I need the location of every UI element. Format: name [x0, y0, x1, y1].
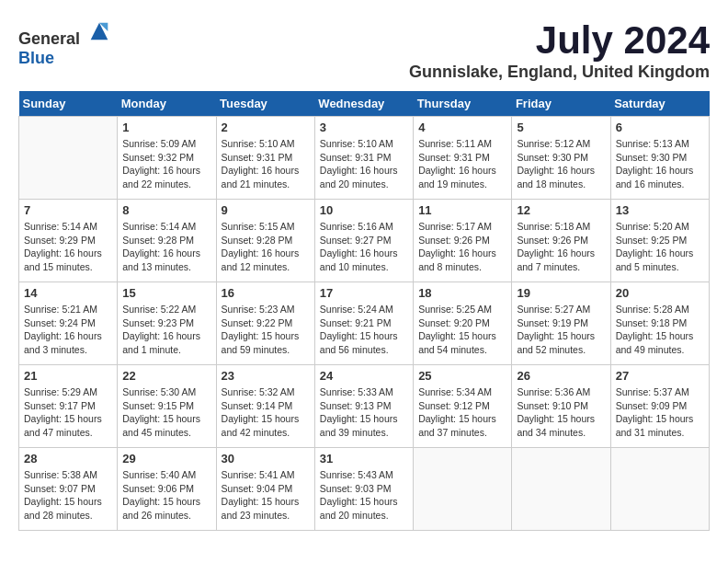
- page-header: General Blue July 2024 Gunnislake, Engla…: [18, 18, 710, 82]
- calendar-cell: 11Sunrise: 5:17 AMSunset: 9:26 PMDayligh…: [414, 200, 512, 282]
- calendar-week-row: 7Sunrise: 5:14 AMSunset: 9:29 PMDaylight…: [19, 200, 710, 282]
- calendar-cell: 21Sunrise: 5:29 AMSunset: 9:17 PMDayligh…: [19, 365, 118, 448]
- day-info: Sunrise: 5:34 AMSunset: 9:12 PMDaylight:…: [418, 385, 506, 440]
- calendar-cell: 1Sunrise: 5:09 AMSunset: 9:32 PMDaylight…: [118, 117, 216, 200]
- day-number: 23: [222, 369, 310, 383]
- calendar-cell: 24Sunrise: 5:33 AMSunset: 9:13 PMDayligh…: [314, 365, 413, 448]
- calendar-cell: [19, 117, 118, 200]
- logo-icon: [86, 18, 112, 44]
- day-header-tuesday: Tuesday: [216, 91, 314, 117]
- day-info: Sunrise: 5:11 AMSunset: 9:31 PMDaylight:…: [418, 137, 506, 191]
- day-info: Sunrise: 5:40 AMSunset: 9:06 PMDaylight:…: [122, 468, 210, 523]
- day-number: 10: [320, 203, 408, 217]
- day-header-monday: Monday: [118, 91, 216, 117]
- day-info: Sunrise: 5:09 AMSunset: 9:32 PMDaylight:…: [122, 137, 210, 191]
- day-info: Sunrise: 5:13 AMSunset: 9:30 PMDaylight:…: [616, 137, 704, 191]
- calendar-cell: 29Sunrise: 5:40 AMSunset: 9:06 PMDayligh…: [118, 448, 216, 531]
- day-number: 9: [222, 203, 310, 217]
- day-number: 22: [122, 369, 210, 383]
- calendar-cell: [512, 448, 610, 531]
- day-header-thursday: Thursday: [414, 91, 512, 117]
- location-title: Gunnislake, England, United Kingdom: [409, 63, 710, 82]
- calendar-cell: 30Sunrise: 5:41 AMSunset: 9:04 PMDayligh…: [216, 448, 314, 531]
- day-number: 3: [320, 121, 408, 134]
- calendar-cell: 2Sunrise: 5:10 AMSunset: 9:31 PMDaylight…: [216, 117, 314, 200]
- day-number: 4: [418, 121, 506, 134]
- day-number: 25: [418, 369, 506, 383]
- calendar-cell: 8Sunrise: 5:14 AMSunset: 9:28 PMDaylight…: [118, 200, 216, 282]
- calendar-cell: 22Sunrise: 5:30 AMSunset: 9:15 PMDayligh…: [118, 365, 216, 448]
- day-number: 17: [320, 286, 408, 300]
- day-number: 29: [122, 452, 210, 465]
- logo: General Blue: [18, 18, 112, 68]
- day-header-wednesday: Wednesday: [314, 91, 413, 117]
- day-info: Sunrise: 5:25 AMSunset: 9:20 PMDaylight:…: [418, 303, 506, 357]
- day-number: 5: [517, 121, 605, 134]
- calendar-cell: [414, 448, 512, 531]
- day-number: 15: [122, 286, 210, 300]
- calendar-cell: 23Sunrise: 5:32 AMSunset: 9:14 PMDayligh…: [216, 365, 314, 448]
- day-number: 14: [24, 286, 112, 300]
- logo-text: General Blue: [18, 18, 112, 68]
- day-header-saturday: Saturday: [610, 91, 709, 117]
- calendar-cell: 17Sunrise: 5:24 AMSunset: 9:21 PMDayligh…: [314, 282, 413, 365]
- day-info: Sunrise: 5:24 AMSunset: 9:21 PMDaylight:…: [320, 303, 408, 357]
- day-number: 26: [517, 369, 605, 383]
- day-info: Sunrise: 5:30 AMSunset: 9:15 PMDaylight:…: [122, 385, 210, 440]
- calendar-cell: 7Sunrise: 5:14 AMSunset: 9:29 PMDaylight…: [19, 200, 118, 282]
- calendar-week-row: 21Sunrise: 5:29 AMSunset: 9:17 PMDayligh…: [19, 365, 710, 448]
- day-header-friday: Friday: [512, 91, 610, 117]
- day-info: Sunrise: 5:18 AMSunset: 9:26 PMDaylight:…: [517, 220, 605, 274]
- day-info: Sunrise: 5:27 AMSunset: 9:19 PMDaylight:…: [517, 303, 605, 357]
- calendar-header-row: SundayMondayTuesdayWednesdayThursdayFrid…: [19, 91, 710, 117]
- calendar-cell: 5Sunrise: 5:12 AMSunset: 9:30 PMDaylight…: [512, 117, 610, 200]
- day-number: 30: [222, 452, 310, 465]
- month-title: July 2024: [409, 18, 710, 63]
- title-section: July 2024 Gunnislake, England, United Ki…: [409, 18, 710, 82]
- day-number: 13: [616, 203, 704, 217]
- day-number: 16: [222, 286, 310, 300]
- calendar-cell: 28Sunrise: 5:38 AMSunset: 9:07 PMDayligh…: [19, 448, 118, 531]
- day-info: Sunrise: 5:16 AMSunset: 9:27 PMDaylight:…: [320, 220, 408, 274]
- day-info: Sunrise: 5:41 AMSunset: 9:04 PMDaylight:…: [222, 468, 310, 523]
- day-info: Sunrise: 5:20 AMSunset: 9:25 PMDaylight:…: [616, 220, 704, 274]
- day-number: 31: [320, 452, 408, 465]
- calendar-cell: 3Sunrise: 5:10 AMSunset: 9:31 PMDaylight…: [314, 117, 413, 200]
- day-number: 19: [517, 286, 605, 300]
- day-info: Sunrise: 5:10 AMSunset: 9:31 PMDaylight:…: [222, 137, 310, 191]
- calendar-cell: 27Sunrise: 5:37 AMSunset: 9:09 PMDayligh…: [610, 365, 709, 448]
- day-info: Sunrise: 5:32 AMSunset: 9:14 PMDaylight:…: [222, 385, 310, 440]
- day-info: Sunrise: 5:12 AMSunset: 9:30 PMDaylight:…: [517, 137, 605, 191]
- day-info: Sunrise: 5:10 AMSunset: 9:31 PMDaylight:…: [320, 137, 408, 191]
- day-info: Sunrise: 5:21 AMSunset: 9:24 PMDaylight:…: [24, 303, 112, 357]
- logo-general: General: [18, 29, 80, 48]
- logo-blue: Blue: [18, 49, 54, 67]
- calendar-cell: 6Sunrise: 5:13 AMSunset: 9:30 PMDaylight…: [610, 117, 709, 200]
- day-info: Sunrise: 5:33 AMSunset: 9:13 PMDaylight:…: [320, 385, 408, 440]
- calendar-cell: 31Sunrise: 5:43 AMSunset: 9:03 PMDayligh…: [314, 448, 413, 531]
- day-info: Sunrise: 5:17 AMSunset: 9:26 PMDaylight:…: [418, 220, 506, 274]
- day-number: 20: [616, 286, 704, 300]
- calendar-cell: 26Sunrise: 5:36 AMSunset: 9:10 PMDayligh…: [512, 365, 610, 448]
- day-info: Sunrise: 5:15 AMSunset: 9:28 PMDaylight:…: [222, 220, 310, 274]
- calendar-cell: 16Sunrise: 5:23 AMSunset: 9:22 PMDayligh…: [216, 282, 314, 365]
- calendar-cell: 12Sunrise: 5:18 AMSunset: 9:26 PMDayligh…: [512, 200, 610, 282]
- day-number: 27: [616, 369, 704, 383]
- day-info: Sunrise: 5:28 AMSunset: 9:18 PMDaylight:…: [616, 303, 704, 357]
- calendar-week-row: 14Sunrise: 5:21 AMSunset: 9:24 PMDayligh…: [19, 282, 710, 365]
- calendar-cell: 20Sunrise: 5:28 AMSunset: 9:18 PMDayligh…: [610, 282, 709, 365]
- calendar-table: SundayMondayTuesdayWednesdayThursdayFrid…: [18, 91, 710, 531]
- day-header-sunday: Sunday: [19, 91, 118, 117]
- calendar-cell: [610, 448, 709, 531]
- day-info: Sunrise: 5:37 AMSunset: 9:09 PMDaylight:…: [616, 385, 704, 440]
- day-info: Sunrise: 5:23 AMSunset: 9:22 PMDaylight:…: [222, 303, 310, 357]
- day-number: 2: [222, 121, 310, 134]
- calendar-cell: 10Sunrise: 5:16 AMSunset: 9:27 PMDayligh…: [314, 200, 413, 282]
- day-info: Sunrise: 5:14 AMSunset: 9:29 PMDaylight:…: [24, 220, 112, 274]
- day-number: 12: [517, 203, 605, 217]
- calendar-cell: 9Sunrise: 5:15 AMSunset: 9:28 PMDaylight…: [216, 200, 314, 282]
- day-number: 6: [616, 121, 704, 134]
- day-number: 18: [418, 286, 506, 300]
- day-number: 1: [122, 121, 210, 134]
- calendar-cell: 14Sunrise: 5:21 AMSunset: 9:24 PMDayligh…: [19, 282, 118, 365]
